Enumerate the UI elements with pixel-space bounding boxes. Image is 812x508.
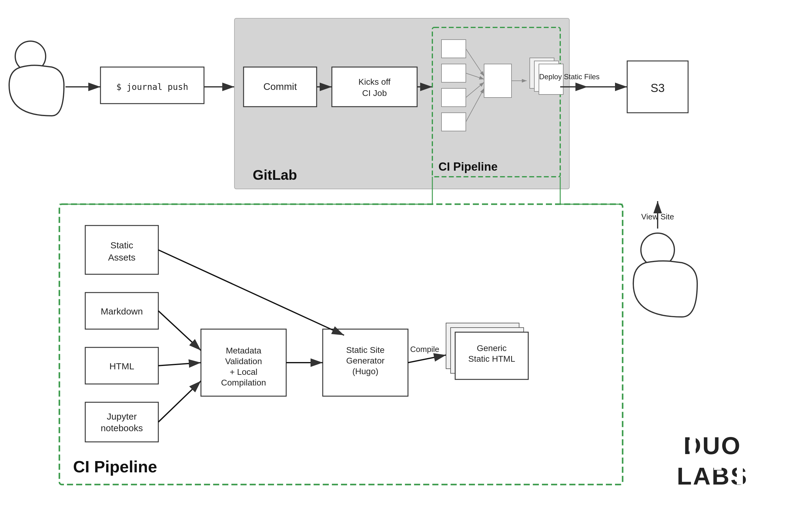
ci-pipeline-bottom-label: CI Pipeline <box>73 457 157 476</box>
kicks-off-box <box>332 67 417 107</box>
static-assets-line2: Assets <box>108 252 136 262</box>
labs-notch1 <box>714 463 722 470</box>
markdown-label: Markdown <box>101 306 143 316</box>
metadata-line3: + Local <box>230 367 257 377</box>
hugo-line1: Static Site <box>346 345 385 355</box>
hugo-line2: Generator <box>346 356 385 366</box>
jupyter-line1: Jupyter <box>107 411 137 421</box>
deploy-label: Deploy Static Files <box>539 73 600 81</box>
mini-process-box <box>484 64 512 97</box>
gitlab-label: GitLab <box>253 167 297 183</box>
metadata-line4: Compilation <box>221 378 266 387</box>
generic-html-line1: Generic <box>477 343 507 353</box>
compile-label: Compile <box>410 345 439 354</box>
developer-body-top <box>9 65 64 116</box>
arrow-static-to-hugo <box>158 250 344 335</box>
generic-html-line2: Static HTML <box>468 354 515 364</box>
kicks-off-line1: Kicks off <box>359 77 391 87</box>
ci-pipeline-top-label: CI Pipeline <box>438 160 497 173</box>
metadata-line1: Metadata <box>226 346 261 355</box>
mini-box-1 <box>441 40 466 58</box>
viewer-body <box>633 261 697 317</box>
hugo-line3: (Hugo) <box>352 367 378 376</box>
commit-label: Commit <box>264 81 297 92</box>
command-text: $ journal push <box>116 82 188 92</box>
mini-box-2 <box>441 64 466 82</box>
duo-notch <box>689 430 696 454</box>
arrow-hugo-to-html <box>408 355 446 363</box>
arrow-markdown-to-meta <box>158 311 201 350</box>
view-site-label: View Site <box>641 212 674 221</box>
arrow-jupyter-to-meta <box>158 381 201 422</box>
html-label: HTML <box>109 361 134 371</box>
mini-box-3 <box>441 88 466 107</box>
metadata-line2: Validation <box>225 356 262 366</box>
main-diagram: $ journal push GitLab Commit Kicks off C… <box>0 0 812 508</box>
labs-notch2 <box>737 466 743 484</box>
kicks-off-line2: CI Job <box>362 88 387 98</box>
arrow-html-to-meta <box>158 363 201 366</box>
mini-box-4 <box>441 113 466 131</box>
diagram-container: $ journal push GitLab Commit Kicks off C… <box>0 0 812 508</box>
static-assets-line1: Static <box>110 240 133 250</box>
s3-label: S3 <box>651 82 665 94</box>
jupyter-line2: notebooks <box>101 423 143 433</box>
jupyter-box <box>85 402 158 442</box>
